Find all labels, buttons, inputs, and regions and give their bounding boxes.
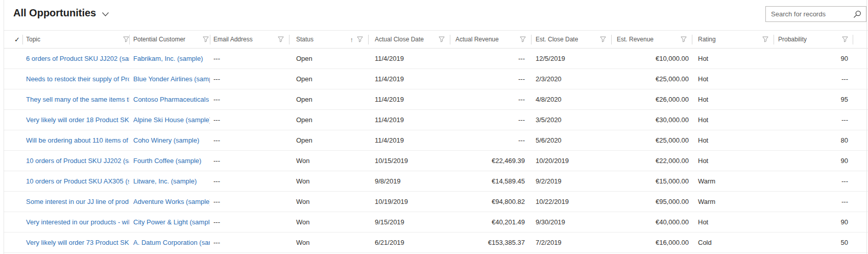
filter-icon[interactable]: [520, 36, 526, 42]
column-header-topic[interactable]: Topic: [22, 31, 129, 48]
cell-actual_close_date: 6/21/2019: [368, 233, 450, 252]
cell-rating: Hot: [692, 49, 774, 68]
table-row[interactable]: Very interested in our products - will c…: [4, 212, 868, 233]
cell-est_close_date: 2/3/2020: [531, 69, 611, 89]
cell-topic: They sell many of the same items that we…: [22, 89, 129, 109]
cell-status: Open: [289, 49, 368, 68]
view-selector[interactable]: All Opportunities: [13, 7, 109, 19]
row-select-cell[interactable]: [4, 171, 22, 191]
column-header-status[interactable]: Status↑: [289, 31, 368, 48]
customer-link[interactable]: Blue Yonder Airlines (sample): [133, 75, 210, 83]
customer-link[interactable]: Fabrikam, Inc. (sample): [133, 55, 203, 62]
cell-status: Won: [289, 212, 368, 232]
row-select-cell[interactable]: [4, 151, 22, 171]
table-row[interactable]: Very likely will order 73 Product SKU AX…: [4, 233, 868, 253]
filter-icon[interactable]: [357, 36, 363, 42]
cell-customer: Coho Winery (sample): [129, 130, 210, 150]
table-row[interactable]: Very likely will order 18 Product SKU JJ…: [4, 110, 868, 130]
customer-link[interactable]: Coho Winery (sample): [133, 136, 199, 144]
cell-rating: Hot: [692, 69, 774, 89]
cell-est_revenue: €26,000.00: [611, 89, 692, 109]
filter-icon[interactable]: [439, 36, 445, 42]
row-select-cell[interactable]: [4, 89, 22, 109]
row-select-cell[interactable]: [4, 130, 22, 150]
cell-est_revenue: €25,000.00: [611, 69, 692, 89]
column-header-rating[interactable]: Rating: [692, 31, 774, 48]
cell-actual_revenue: ---: [450, 110, 531, 130]
opportunity-link[interactable]: Very likely will order 18 Product SKU JJ…: [26, 116, 129, 124]
table-row[interactable]: 10 orders or Product SKU AX305 (sample)L…: [4, 171, 868, 192]
cell-rating: Warm: [692, 192, 774, 212]
column-header-customer[interactable]: Potential Customer: [129, 31, 210, 48]
filter-icon[interactable]: [842, 36, 848, 42]
filter-icon[interactable]: [203, 36, 209, 42]
search-input[interactable]: [766, 7, 853, 21]
row-select-cell[interactable]: [4, 233, 22, 252]
customer-link[interactable]: Alpine Ski House (sample): [133, 116, 210, 124]
select-all-checkbox[interactable]: ✓: [4, 31, 22, 48]
table-row[interactable]: Will be ordering about 110 items of all …: [4, 130, 868, 151]
customer-link[interactable]: Fourth Coffee (sample): [133, 157, 201, 165]
search-icon[interactable]: [853, 10, 866, 18]
column-header-actual_close_date[interactable]: Actual Close Date: [368, 31, 450, 48]
opportunity-link[interactable]: They sell many of the same items that we…: [26, 96, 129, 103]
row-select-cell[interactable]: [4, 110, 22, 130]
cell-rating: Hot: [692, 151, 774, 171]
customer-link[interactable]: A. Datum Corporation (sample): [133, 239, 210, 246]
filter-icon[interactable]: [600, 36, 606, 42]
opportunity-link[interactable]: 10 orders of Product SKU JJ202 (sample): [26, 157, 129, 165]
table-row[interactable]: Some interest in our JJ line of products…: [4, 192, 868, 212]
customer-link[interactable]: City Power & Light (sample): [133, 218, 210, 226]
cell-probability: 50: [774, 233, 853, 252]
cell-rating: Hot: [692, 130, 774, 150]
table-row[interactable]: Needs to restock their supply of Product…: [4, 69, 868, 89]
row-select-cell[interactable]: [4, 49, 22, 68]
customer-link[interactable]: Contoso Pharmaceuticals (sample): [133, 96, 210, 103]
row-select-cell[interactable]: [4, 69, 22, 89]
opportunity-link[interactable]: 10 orders or Product SKU AX305 (sample): [26, 177, 129, 185]
column-header-est_revenue[interactable]: Est. Revenue: [611, 31, 692, 48]
row-select-cell[interactable]: [4, 212, 22, 232]
cell-est_revenue: €40,000.00: [611, 212, 692, 232]
opportunity-link[interactable]: 6 orders of Product SKU JJ202 (sample): [26, 55, 129, 62]
row-select-cell[interactable]: [4, 192, 22, 212]
table-row[interactable]: 10 orders of Product SKU JJ202 (sample)F…: [4, 151, 868, 171]
cell-customer: Fabrikam, Inc. (sample): [129, 49, 210, 68]
grid-body: 6 orders of Product SKU JJ202 (sample)Fa…: [4, 49, 868, 253]
cell-probability: ---: [774, 69, 853, 89]
cell-actual_close_date: 10/15/2019: [368, 151, 450, 171]
cell-actual_revenue: €22,469.39: [450, 151, 531, 171]
opportunity-link[interactable]: Needs to restock their supply of Product…: [26, 75, 129, 83]
cell-topic: Very likely will order 73 Product SKU AX…: [22, 233, 129, 252]
cell-probability: 90: [774, 151, 853, 171]
cell-status: Open: [289, 130, 368, 150]
cell-customer: Contoso Pharmaceuticals (sample): [129, 89, 210, 109]
column-label: Email Address: [213, 36, 253, 43]
cell-est_close_date: 9/2/2019: [531, 171, 611, 191]
table-row[interactable]: They sell many of the same items that we…: [4, 89, 868, 110]
cell-actual_revenue: €94,800.82: [450, 192, 531, 212]
column-header-email[interactable]: Email Address: [210, 31, 289, 48]
cell-status: Won: [289, 151, 368, 171]
customer-link[interactable]: Litware, Inc. (sample): [133, 177, 197, 185]
grid-header: ✓TopicPotential CustomerEmail AddressSta…: [4, 30, 868, 49]
cell-actual_close_date: 9/15/2019: [368, 212, 450, 232]
table-row[interactable]: 6 orders of Product SKU JJ202 (sample)Fa…: [4, 49, 868, 69]
opportunity-link[interactable]: Very likely will order 73 Product SKU AX…: [26, 239, 129, 246]
column-label: Status: [296, 36, 314, 43]
column-header-est_close_date[interactable]: Est. Close Date: [531, 31, 611, 48]
column-header-probability[interactable]: Probability: [774, 31, 853, 48]
column-header-actual_revenue[interactable]: Actual Revenue: [450, 31, 531, 48]
opportunity-link[interactable]: Some interest in our JJ line of products…: [26, 198, 129, 205]
filter-icon[interactable]: [278, 36, 284, 42]
column-label: Est. Revenue: [617, 36, 654, 43]
cell-probability: 80: [774, 130, 853, 150]
opportunity-link[interactable]: Very interested in our products - will c…: [26, 218, 129, 226]
cell-status: Won: [289, 192, 368, 212]
cell-customer: Fourth Coffee (sample): [129, 151, 210, 171]
opportunity-link[interactable]: Will be ordering about 110 items of all …: [26, 136, 129, 144]
filter-icon[interactable]: [123, 36, 129, 42]
filter-icon[interactable]: [681, 36, 687, 42]
customer-link[interactable]: Adventure Works (sample): [133, 198, 210, 205]
filter-icon[interactable]: [762, 36, 768, 42]
